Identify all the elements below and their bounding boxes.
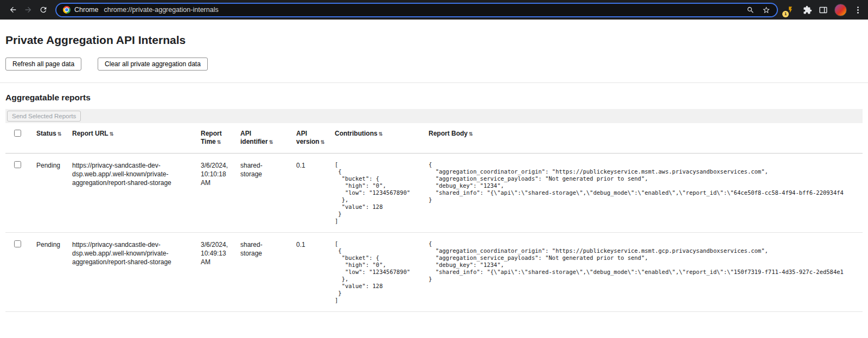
status-cell: Pending (36, 233, 72, 312)
header-status[interactable]: Status⇅ (36, 123, 72, 154)
clear-all-button[interactable]: Clear all private aggregation data (98, 58, 208, 71)
reload-button[interactable] (36, 2, 51, 17)
api-version-cell: 0.1 (296, 233, 335, 312)
header-contributions[interactable]: Contributions⇅ (335, 123, 429, 154)
menu-dots-icon[interactable] (853, 5, 863, 15)
sort-icon: ⇅ (269, 139, 273, 145)
sort-icon: ⇅ (469, 131, 473, 137)
send-selected-reports-button[interactable]: Send Selected Reports (7, 111, 81, 122)
pinned-extension-icon[interactable]: 1 (784, 4, 796, 16)
header-api-identifier[interactable]: API identifier⇅ (240, 123, 296, 154)
report-time-cell: 3/6/2024, 10:49:13 AM (201, 233, 240, 312)
forward-button[interactable] (21, 2, 36, 17)
toolbar-right: 1 (782, 4, 863, 16)
chrome-logo-icon (63, 6, 71, 14)
page-content: Private Aggregation API Internals Refres… (0, 34, 868, 312)
row-select-cell (5, 154, 36, 233)
zoom-icon[interactable] (746, 6, 755, 14)
back-icon (9, 5, 17, 14)
api-identifier-cell: shared-storage (240, 154, 296, 233)
table-row: Pending https://privacy-sandcastle-dev-d… (5, 154, 863, 233)
header-report-body[interactable]: Report Body⇅ (429, 123, 863, 154)
api-identifier-cell: shared-storage (240, 233, 296, 312)
browser-toolbar: Chrome chrome://private-aggregation-inte… (0, 0, 868, 20)
report-body-json: { "aggregation_coordinator_origin": "htt… (429, 161, 858, 203)
report-url-cell: https://privacy-sandcastle-dev-dsp.web.a… (72, 154, 201, 233)
report-body-cell: { "aggregation_coordinator_origin": "htt… (429, 233, 863, 312)
select-all-checkbox[interactable] (14, 130, 21, 137)
refresh-all-button[interactable]: Refresh all page data (5, 58, 81, 71)
sort-icon: ⇅ (58, 131, 62, 137)
sort-icon: ⇅ (321, 139, 325, 145)
reload-icon (39, 5, 48, 14)
report-body-json: { "aggregation_coordinator_origin": "htt… (429, 240, 858, 283)
reports-table: Status⇅ Report URL⇅ Report Time⇅ API ide… (5, 123, 863, 312)
header-report-url[interactable]: Report URL⇅ (72, 123, 201, 154)
header-api-version[interactable]: API version⇅ (296, 123, 335, 154)
sort-icon: ⇅ (217, 139, 221, 145)
page-actions: Refresh all page data Clear all private … (5, 58, 863, 71)
report-url-cell: https://privacy-sandcastle-dev-dsp.web.a… (72, 233, 201, 312)
header-report-time[interactable]: Report Time⇅ (201, 123, 240, 154)
contributions-cell: [ { "bucket": { "high": "0", "low": "123… (335, 233, 429, 312)
site-label: Chrome (74, 6, 98, 14)
sort-icon: ⇅ (379, 131, 383, 137)
table-toolbar: Send Selected Reports (5, 109, 863, 123)
contributions-json: [ { "bucket": { "high": "0", "low": "123… (335, 161, 424, 225)
profile-avatar[interactable] (834, 4, 847, 16)
url-text: chrome://private-aggregation-internals (104, 6, 741, 14)
bookmark-star-icon[interactable] (762, 6, 770, 14)
page-title: Private Aggregation API Internals (5, 34, 863, 47)
status-cell: Pending (36, 154, 72, 233)
back-button[interactable] (5, 2, 21, 17)
section-title: Aggregatable reports (5, 93, 863, 103)
sort-icon: ⇅ (110, 131, 114, 137)
table-row: Pending https://privacy-sandcastle-dev-d… (5, 233, 863, 312)
contributions-json: [ { "bucket": { "high": "0", "low": "123… (335, 240, 424, 304)
address-bar[interactable]: Chrome chrome://private-aggregation-inte… (55, 3, 778, 17)
forward-icon (24, 5, 33, 14)
section-divider (0, 82, 868, 83)
table-header-row: Status⇅ Report URL⇅ Report Time⇅ API ide… (5, 123, 863, 154)
report-time-cell: 3/6/2024, 10:10:18 AM (201, 154, 240, 233)
select-all-cell (5, 123, 36, 154)
row-checkbox[interactable] (14, 161, 21, 168)
contributions-cell: [ { "bucket": { "high": "0", "low": "123… (335, 154, 429, 233)
extension-badge: 1 (782, 11, 789, 17)
extensions-puzzle-icon[interactable] (803, 5, 812, 15)
row-checkbox[interactable] (14, 240, 21, 247)
api-version-cell: 0.1 (296, 154, 335, 233)
row-select-cell (5, 233, 36, 312)
report-body-cell: { "aggregation_coordinator_origin": "htt… (429, 154, 863, 233)
side-panel-icon[interactable] (819, 5, 828, 15)
